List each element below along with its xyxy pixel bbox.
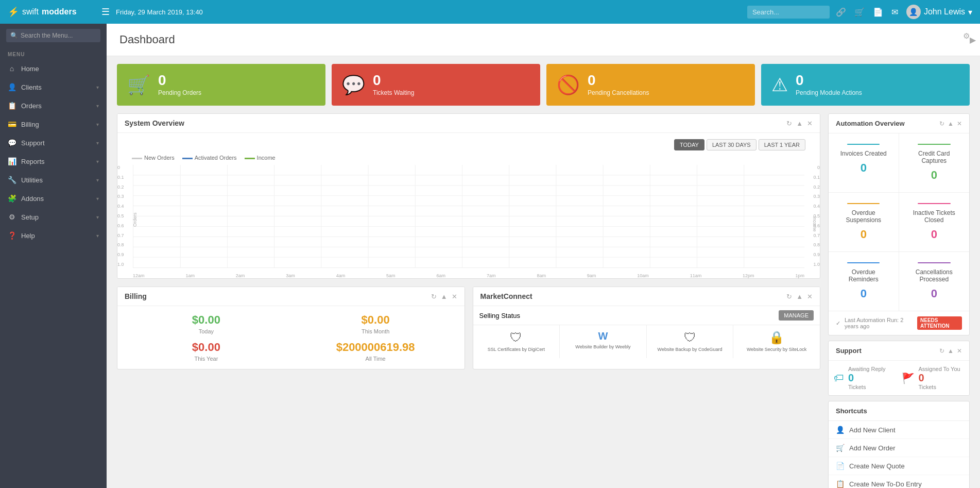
mc-product-sitelock: 🔒 Website Security by SiteLock xyxy=(733,325,820,358)
collapse-icon[interactable]: ▲ xyxy=(948,120,954,127)
collapse-icon[interactable]: ▶ xyxy=(970,35,976,45)
shortcuts-header: Shortcuts xyxy=(829,401,969,421)
collapse-icon[interactable]: ▲ xyxy=(948,347,954,355)
refresh-icon[interactable]: ↻ xyxy=(786,120,792,127)
sidebar-item-setup[interactable]: ⚙ Setup ▾ xyxy=(0,208,107,226)
email-icon[interactable]: ✉ xyxy=(891,7,898,17)
chevron-down-icon: ▾ xyxy=(96,159,99,164)
collapse-icon[interactable]: ▲ xyxy=(796,293,803,300)
stat-pending-module-actions[interactable]: ⚠ 0 Pending Module Actions xyxy=(761,64,970,106)
weebly-icon: W xyxy=(562,330,644,342)
marketconnect-controls: ↻ ▲ ✕ xyxy=(786,293,813,300)
overdue-suspensions-label: Overdue Suspensions xyxy=(836,209,891,224)
cart-stat-icon: 🛒 xyxy=(127,74,150,96)
hamburger-icon[interactable]: ☰ xyxy=(101,6,110,18)
chat-stat-icon: 💬 xyxy=(342,74,365,96)
panel-controls: ↻ ▲ ✕ xyxy=(786,120,813,127)
refresh-icon[interactable]: ↻ xyxy=(431,293,437,300)
btn-1year[interactable]: LAST 1 YEAR xyxy=(759,139,805,150)
help-icon: ❓ xyxy=(8,231,16,240)
shortcut-add-new-order[interactable]: 🛒 Add New Order xyxy=(829,439,969,457)
setup-icon: ⚙ xyxy=(8,213,16,221)
billing-month-amount: $0.00 xyxy=(294,313,457,327)
logo: ⚡ swiftmodders xyxy=(8,6,95,18)
tag-icon: 🏷 xyxy=(834,372,844,384)
btn-today[interactable]: TODAY xyxy=(674,139,704,150)
sidebar-item-reports[interactable]: 📊 Reports ▾ xyxy=(0,152,107,171)
support-panel: Support ↻ ▲ ✕ 🏷 Awaiting Reply 0 xyxy=(828,341,970,396)
close-icon[interactable]: ✕ xyxy=(807,120,813,127)
sidebar-item-orders[interactable]: 📋 Orders ▾ xyxy=(0,96,107,115)
close-icon[interactable]: ✕ xyxy=(957,120,962,127)
user-menu[interactable]: 👤 John Lewis ▾ xyxy=(906,5,972,19)
sidebar-item-clients[interactable]: 👤 Clients ▾ xyxy=(0,78,107,96)
cc-captures-label: Credit Card Captures xyxy=(907,150,962,164)
billing-today: $0.00 Today xyxy=(125,313,288,334)
right-panel: Automation Overview ↻ ▲ ✕ Invoices Creat… xyxy=(828,113,970,488)
stat-pending-orders[interactable]: 🛒 0 Pending Orders xyxy=(117,64,325,106)
collapse-icon[interactable]: ▲ xyxy=(441,293,448,300)
check-icon: ✓ xyxy=(836,320,840,327)
inactive-tickets-label: Inactive Tickets Closed xyxy=(907,209,962,224)
sidebar-search-wrap: 🔍 xyxy=(0,24,107,47)
teal-line xyxy=(847,144,880,145)
close-icon[interactable]: ✕ xyxy=(957,347,962,355)
chart-buttons: TODAY LAST 30 DAYS LAST 1 YEAR xyxy=(125,135,813,150)
sidebar-item-utilities[interactable]: 🔧 Utilities ▾ xyxy=(0,171,107,189)
close-icon[interactable]: ✕ xyxy=(452,293,457,300)
purple-line xyxy=(918,262,951,263)
external-link-icon[interactable]: 🔗 xyxy=(836,7,846,17)
sidebar-item-help[interactable]: ❓ Help ▾ xyxy=(0,226,107,245)
chevron-down-icon: ▾ xyxy=(96,103,99,109)
shortcut-create-new-quote[interactable]: 📄 Create New Quote xyxy=(829,457,969,475)
sidebar-search-icon: 🔍 xyxy=(10,32,18,39)
shortcut-add-new-client[interactable]: 👤 Add New Client xyxy=(829,421,969,439)
assigned-to-you-label: Assigned To You xyxy=(919,366,960,372)
btn-30days[interactable]: LAST 30 DAYS xyxy=(707,139,757,150)
system-overview-header: System Overview ↻ ▲ ✕ xyxy=(117,114,820,133)
pending-module-actions-value: 0 xyxy=(796,73,862,88)
cart-icon[interactable]: 🛒 xyxy=(854,7,865,17)
chart-inner xyxy=(133,165,804,268)
marketconnect-subheader: Selling Status MANAGE xyxy=(473,306,820,325)
user-name: John Lewis xyxy=(924,7,965,16)
billing-panel-title: Billing xyxy=(125,292,147,300)
codeguard-icon: 🛡 xyxy=(649,330,731,345)
tickets-waiting-value: 0 xyxy=(373,73,414,88)
sidebar-item-billing[interactable]: 💳 Billing ▾ xyxy=(0,115,107,133)
global-search-input[interactable] xyxy=(747,6,830,19)
refresh-icon[interactable]: ↻ xyxy=(939,120,944,127)
orders-icon: 📋 xyxy=(8,102,16,110)
inactive-tickets-value: 0 xyxy=(907,228,962,241)
main-layout: 🔍 MENU ⌂ Home 👤 Clients ▾ 📋 Orders ▾ xyxy=(0,24,980,488)
pending-cancellations-label: Pending Cancellations xyxy=(588,89,649,96)
chevron-down-icon: ▾ xyxy=(96,196,99,201)
billing-alltime-amount: $200000619.98 xyxy=(294,341,457,354)
refresh-icon[interactable]: ↻ xyxy=(939,347,944,355)
chevron-down-icon: ▾ xyxy=(96,233,99,239)
sidebar-item-support[interactable]: 💬 Support ▾ xyxy=(0,133,107,152)
shortcut-create-new-todo[interactable]: 📋 Create New To-Do Entry xyxy=(829,475,969,488)
sidebar-label-billing: Billing xyxy=(21,121,39,128)
addons-icon: 🧩 xyxy=(8,194,16,203)
sidebar-item-home[interactable]: ⌂ Home xyxy=(0,59,107,78)
sidebar-search-input[interactable] xyxy=(6,29,100,42)
collapse-icon[interactable]: ▲ xyxy=(796,120,803,127)
add-new-order-label: Add New Order xyxy=(849,444,896,452)
close-icon[interactable]: ✕ xyxy=(807,293,813,300)
sidebar-item-addons[interactable]: 🧩 Addons ▾ xyxy=(0,189,107,208)
ssl-label: SSL Certificates by DigiCert xyxy=(476,347,557,353)
automation-run-text: Last Automation Run: 2 years ago xyxy=(845,317,913,329)
stat-tickets-waiting[interactable]: 💬 0 Tickets Waiting xyxy=(332,64,540,106)
content-area: Dashboard ⚙ ▶ 🛒 0 Pending Orders 💬 0 Tic… xyxy=(107,24,980,488)
blue-line xyxy=(847,262,880,263)
manage-button[interactable]: MANAGE xyxy=(779,310,814,321)
billing-grid: $0.00 Today $0.00 This Month $0.00 This … xyxy=(117,306,465,369)
chart-svg xyxy=(133,165,804,267)
document-icon[interactable]: 📄 xyxy=(873,7,883,17)
assigned-to-you-sub: Tickets xyxy=(919,384,960,390)
gear-icon[interactable]: ⚙ xyxy=(963,31,970,41)
stat-pending-cancellations[interactable]: 🚫 0 Pending Cancellations xyxy=(546,64,755,106)
sidebar-label-help: Help xyxy=(21,232,35,240)
refresh-icon[interactable]: ↻ xyxy=(786,293,792,300)
